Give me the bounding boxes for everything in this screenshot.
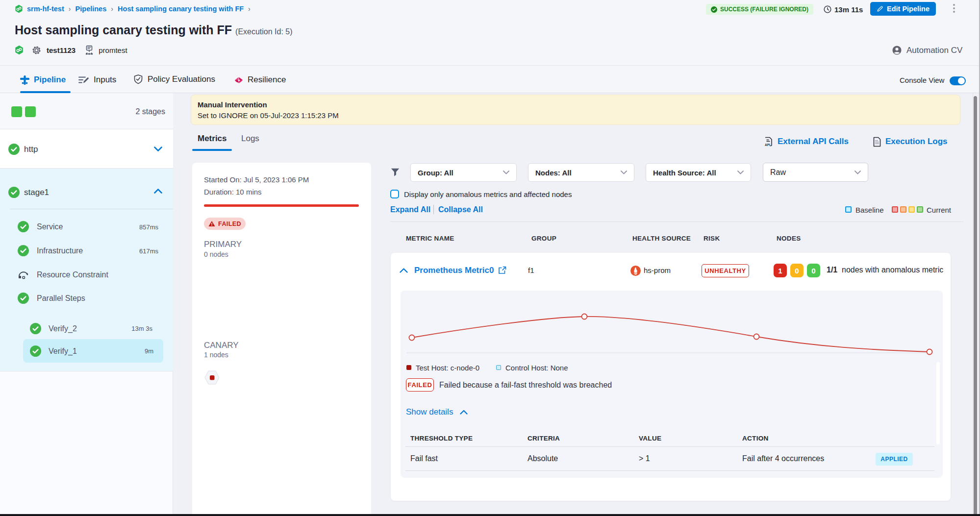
svg-text:API: API [765, 143, 770, 146]
